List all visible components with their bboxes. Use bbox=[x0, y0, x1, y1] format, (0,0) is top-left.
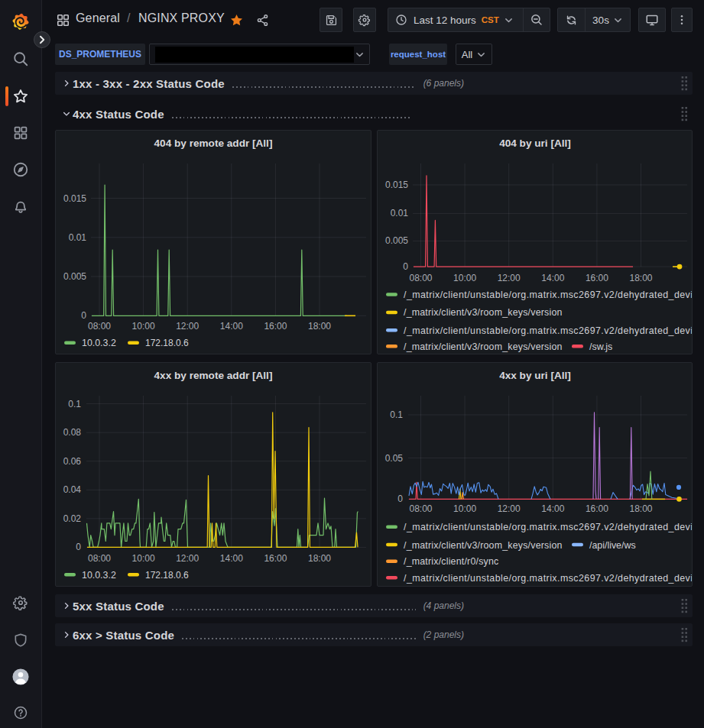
svg-text:16:00: 16:00 bbox=[264, 553, 287, 564]
svg-text:0.04: 0.04 bbox=[63, 484, 82, 495]
svg-text:4xx by uri [All]: 4xx by uri [All] bbox=[499, 370, 571, 381]
svg-text:0.02: 0.02 bbox=[63, 513, 82, 524]
svg-text:10:00: 10:00 bbox=[132, 553, 155, 564]
svg-text:10:00: 10:00 bbox=[132, 321, 155, 332]
svg-text:14:00: 14:00 bbox=[541, 273, 564, 283]
svg-text:18:00: 18:00 bbox=[308, 321, 331, 332]
svg-text:08:00: 08:00 bbox=[409, 273, 432, 283]
svg-text:0.06: 0.06 bbox=[63, 456, 82, 467]
svg-text:16:00: 16:00 bbox=[264, 321, 287, 332]
svg-text:14:00: 14:00 bbox=[220, 321, 243, 332]
svg-text:/_matrix/client/v3/room_keys/v: /_matrix/client/v3/room_keys/version bbox=[404, 540, 563, 551]
svg-text:/_matrix/client/unstable/org.m: /_matrix/client/unstable/org.matrix.msc2… bbox=[404, 290, 692, 300]
svg-text:/_matrix/client/unstable/org.m: /_matrix/client/unstable/org.matrix.msc2… bbox=[404, 522, 692, 532]
svg-text:0.05: 0.05 bbox=[385, 453, 404, 464]
svg-text:0.015: 0.015 bbox=[385, 180, 408, 190]
svg-text:172.18.0.6: 172.18.0.6 bbox=[145, 338, 189, 348]
svg-text:14:00: 14:00 bbox=[541, 503, 564, 514]
svg-text:08:00: 08:00 bbox=[88, 553, 111, 564]
svg-text:0.005: 0.005 bbox=[385, 235, 408, 246]
svg-text:0.1: 0.1 bbox=[390, 409, 403, 420]
svg-text:0.005: 0.005 bbox=[63, 271, 86, 282]
svg-text:4xx by remote addr [All]: 4xx by remote addr [All] bbox=[154, 370, 273, 381]
svg-text:12:00: 12:00 bbox=[498, 503, 521, 514]
svg-text:0.015: 0.015 bbox=[63, 193, 86, 204]
svg-text:0.1: 0.1 bbox=[68, 399, 81, 409]
svg-text:172.18.0.6: 172.18.0.6 bbox=[145, 570, 189, 581]
svg-text:14:00: 14:00 bbox=[220, 553, 243, 564]
svg-text:/_matrix/client/unstable/org.m: /_matrix/client/unstable/org.matrix.msc2… bbox=[404, 325, 692, 336]
svg-text:404 by remote addr [All]: 404 by remote addr [All] bbox=[154, 138, 273, 149]
svg-text:08:00: 08:00 bbox=[409, 503, 432, 514]
svg-text:0.01: 0.01 bbox=[69, 232, 87, 243]
svg-text:/_matrix/client/r0/sync: /_matrix/client/r0/sync bbox=[404, 556, 498, 567]
svg-text:0: 0 bbox=[81, 310, 86, 321]
svg-text:/_matrix/client/v3/room_keys/v: /_matrix/client/v3/room_keys/version bbox=[404, 341, 563, 352]
svg-text:12:00: 12:00 bbox=[176, 553, 199, 564]
svg-text:10:00: 10:00 bbox=[453, 503, 476, 514]
svg-text:10.0.3.2: 10.0.3.2 bbox=[82, 338, 116, 348]
svg-text:0.08: 0.08 bbox=[63, 427, 82, 438]
svg-text:10:00: 10:00 bbox=[453, 273, 476, 283]
svg-text:10.0.3.2: 10.0.3.2 bbox=[82, 570, 116, 581]
svg-text:/_matrix/client/unstable/org.m: /_matrix/client/unstable/org.matrix.msc2… bbox=[404, 573, 692, 584]
svg-text:16:00: 16:00 bbox=[586, 503, 608, 514]
svg-text:0: 0 bbox=[76, 542, 81, 552]
svg-text:16:00: 16:00 bbox=[586, 273, 608, 283]
svg-text:/api/live/ws: /api/live/ws bbox=[589, 540, 636, 551]
svg-text:0.01: 0.01 bbox=[391, 208, 409, 218]
svg-text:/_matrix/client/v3/room_keys/v: /_matrix/client/v3/room_keys/version bbox=[404, 307, 563, 318]
svg-text:0: 0 bbox=[403, 261, 408, 272]
svg-text:0: 0 bbox=[397, 493, 403, 504]
svg-text:12:00: 12:00 bbox=[498, 273, 521, 283]
svg-text:08:00: 08:00 bbox=[88, 321, 111, 332]
svg-text:18:00: 18:00 bbox=[308, 553, 331, 564]
svg-text:18:00: 18:00 bbox=[629, 273, 652, 283]
svg-text:/sw.js: /sw.js bbox=[589, 341, 612, 352]
svg-text:12:00: 12:00 bbox=[176, 321, 199, 332]
svg-text:18:00: 18:00 bbox=[629, 503, 652, 514]
svg-text:404 by uri [All]: 404 by uri [All] bbox=[499, 138, 571, 149]
